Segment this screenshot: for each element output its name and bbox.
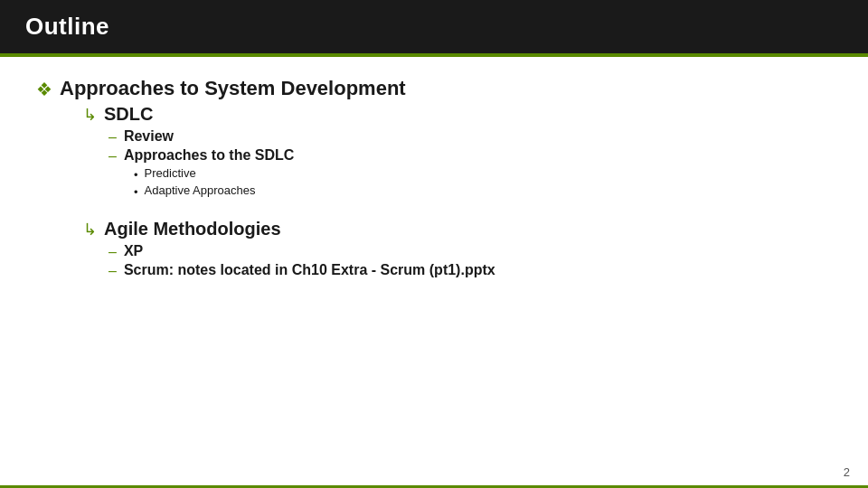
dash-item-review: – Review xyxy=(108,128,832,145)
dash-item-scrum: – Scrum: notes located in Ch10 Extra - S… xyxy=(108,262,832,279)
bullet-label-predictive: Predictive xyxy=(145,166,196,180)
title-bar: Outline xyxy=(0,0,868,53)
curl-bullet-sdlc: ↳ xyxy=(83,105,97,125)
main-item-label: Approaches to System Development xyxy=(60,77,406,100)
sub-section-agile: ↳ Agile Methodologies – XP – Scrum: note… xyxy=(83,219,832,281)
diamond-icon: ❖ xyxy=(36,79,52,100)
sdlc-text: SDLC xyxy=(104,104,153,125)
dash-icon-scrum: – xyxy=(108,263,117,279)
curl-bullet-agile: ↳ xyxy=(83,220,97,239)
dash-item-xp: – XP xyxy=(108,243,832,260)
dash-item-approaches-sdlc: – Approaches to the SDLC xyxy=(108,147,832,164)
sdlc-dash-items: – Review – Approaches to the SDLC • Pred… xyxy=(108,128,832,199)
dash-icon-xp: – xyxy=(108,244,117,260)
sdlc-label: ↳ SDLC xyxy=(83,104,832,125)
agile-text: Agile Methodologies xyxy=(104,219,281,239)
bullet-adaptive: • Adaptive Approaches xyxy=(134,183,832,199)
page-number: 2 xyxy=(844,465,850,479)
slide-container: Outline ❖ Approaches to System Developme… xyxy=(0,0,868,488)
main-item-approaches: ❖ Approaches to System Development xyxy=(36,77,832,100)
bullet-label-adaptive: Adaptive Approaches xyxy=(145,183,256,197)
dash-icon-approaches-sdlc: – xyxy=(108,148,117,164)
agile-label: ↳ Agile Methodologies xyxy=(83,219,832,239)
dash-icon-review: – xyxy=(108,129,117,145)
bullet-predictive: • Predictive xyxy=(134,166,832,182)
dash-label-xp: XP xyxy=(124,243,143,259)
dash-label-review: Review xyxy=(124,128,174,145)
content-area: ❖ Approaches to System Development ↳ SDL… xyxy=(0,57,868,488)
sdlc-bullets: • Predictive • Adaptive Approaches xyxy=(134,166,832,199)
sub-section-sdlc: ↳ SDLC – Review – Approaches to the SDLC xyxy=(83,104,832,201)
dot-icon-adaptive: • xyxy=(134,185,138,199)
slide-title: Outline xyxy=(25,13,109,40)
dash-label-scrum: Scrum: notes located in Ch10 Extra - Scr… xyxy=(124,262,495,278)
agile-dash-items: – XP – Scrum: notes located in Ch10 Extr… xyxy=(108,243,832,279)
dot-icon-predictive: • xyxy=(134,168,138,182)
dash-label-approaches-sdlc: Approaches to the SDLC xyxy=(124,147,294,164)
